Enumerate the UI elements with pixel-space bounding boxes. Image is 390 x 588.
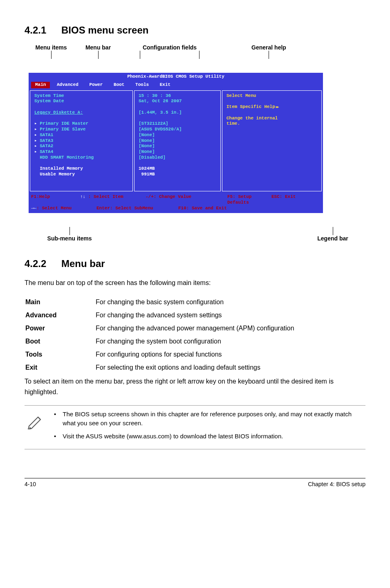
bios-select-menu: Select Menu [226,93,317,99]
desc-key: Advanced [25,309,95,321]
submenu-arrow-icon: ▸ [34,149,40,154]
submenu-arrow-icon: ▸ [34,138,40,143]
tab-power: Power [85,82,107,88]
table-row: MainFor changing the basic system config… [25,296,365,308]
bios-right-pane: Select Menu Item Specific Help Change th… [222,90,322,192]
bios-item: SATA1 [40,132,53,137]
bios-date-value: Sat, Oct 26 2007 [139,99,216,104]
legend-change-value: -/+: Change Value [146,194,227,206]
table-row: PowerFor changing the advanced power man… [25,322,365,334]
section-number: 4.2.2 [25,258,61,269]
desc-value: For changing the advanced system setting… [96,309,365,321]
desc-key: Boot [25,335,95,348]
pencil-icon [25,411,45,429]
tab-boot: Boot [110,82,128,88]
section-number: 4.2.1 [25,25,61,36]
submenu-arrow-icon: ▸ [34,144,40,148]
table-row: BootFor changing the system boot configu… [25,335,365,348]
desc-key: Main [25,296,95,308]
desc-key: Power [25,322,95,334]
label-legend-bar: Legend bar [317,235,348,242]
legend-enter-select: Enter: Select SubMenu [96,206,178,211]
help-arrows-icon [275,104,278,109]
bios-help-text: Change the internal [226,116,317,121]
table-row: ExitFor selecting the exit options and l… [25,361,365,374]
desc-value: For configuring options for special func… [96,348,365,361]
desc-value: For changing the system boot configurati… [96,335,365,348]
legend-select-item: : Select Item [85,194,123,199]
label-submenu-items: Sub-menu items [47,235,92,242]
bios-header: Phoenix-AwardBIOS CMOS Setup Utility [29,73,323,81]
note-text: Visit the ASUS website (www.asus.com) to… [63,432,283,441]
bios-value: [None] [139,132,216,138]
bios-item: Primary IDE Master [40,121,88,126]
bios-value: [Disabled] [139,155,216,161]
bios-screenshot: Phoenix-AwardBIOS CMOS Setup Utility Mai… [29,73,323,213]
legend-f5: F5: Setup Defaults [227,194,271,206]
legend-f1: F1:Help [31,194,80,206]
bios-item: SATA4 [40,149,53,154]
bios-left-pane: System Time System Date Legacy Diskette … [30,90,133,192]
tab-advanced: Advanced [53,82,83,88]
section-intro: The menu bar on top of the screen has th… [25,278,365,288]
section-heading: BIOS menu screen [61,25,148,36]
legend-esc: ESC: Exit [271,194,321,206]
bios-legend-bar: F1:Help ↑↓ : Select Item -/+: Change Val… [29,193,323,213]
bios-legacy-diskette: Legacy Diskette A: [34,110,128,116]
bios-item: SATA2 [40,144,53,148]
tab-tools: Tools [131,82,153,88]
bios-mid-pane: 15 : 30 : 36 Sat, Oct 26 2007 [1.44M, 3.… [134,90,221,192]
table-row: AdvancedFor changing the advanced system… [25,309,365,321]
note-item: The BIOS setup screens shown in this cha… [51,410,365,428]
note-item: Visit the ASUS website (www.asus.com) to… [51,432,365,441]
bios-system-time: System Time [34,93,128,99]
bios-system-date: System Date [34,99,128,104]
arrows-leftright-icon: →← [31,206,36,211]
page-number: 4-10 [25,481,36,487]
bios-usable-memory: Usable Memory [40,172,75,177]
desc-value: For changing the advanced power manageme… [96,322,365,334]
bios-item-specific-help: Item Specific Help [226,104,275,109]
page-footer: 4-10 Chapter 4: BIOS setup [25,478,365,487]
diagram-top-labels: Menu items Menu bar Configuration fields… [29,44,365,61]
label-menu-bar: Menu bar [85,44,111,51]
bios-value: [ST321122A] [139,121,216,127]
desc-value: For selecting the exit options and loadi… [96,361,365,374]
menu-description-table: MainFor changing the basic system config… [25,295,365,375]
legend-select-menu: : Select Menu [36,206,72,211]
bios-usable-memory-value: 991MB [139,172,216,177]
bios-value: [None] [139,138,216,144]
bios-installed-memory-value: 1024MB [139,166,216,172]
note-text: The BIOS setup screens shown in this cha… [63,410,365,428]
bios-value: [None] [139,144,216,149]
chapter-label: Chapter 4: BIOS setup [308,481,365,487]
section-4-2-2-title: 4.2.2Menu bar [25,258,365,269]
desc-value: For changing the basic system configurat… [96,296,365,308]
bios-item: SATA3 [40,138,53,143]
bios-time-value: 15 : 30 : 36 [139,93,216,99]
tab-main: Main [31,82,50,88]
submenu-arrow-icon: ▸ [34,121,40,126]
section-4-2-1-title: 4.2.1BIOS menu screen [25,25,365,36]
desc-key: Exit [25,361,95,374]
label-general-help: General help [251,44,286,51]
label-menu-items: Menu items [35,44,67,51]
section-outro: To select an item on the menu bar, press… [25,376,365,397]
tab-exit: Exit [156,82,175,88]
legend-f10: F10: Save and Exit [178,206,321,211]
bios-item: HDD SMART Monitoring [40,155,94,160]
bios-item: Primary IDE Slave [40,127,85,132]
label-config-fields: Configuration fields [143,44,197,51]
arrows-updown-icon: ↑↓ [80,194,85,199]
note-box: The BIOS setup screens shown in this cha… [25,405,365,449]
bios-value: [None] [139,149,216,155]
desc-key: Tools [25,348,95,361]
bios-value: [ASUS DVDS520/A] [139,127,216,132]
submenu-arrow-icon: ▸ [34,127,40,132]
bios-installed-memory: Installed Memory [40,166,83,171]
bios-tabs: Main Advanced Power Boot Tools Exit [29,81,323,89]
submenu-arrow-icon: ▸ [34,132,40,137]
bios-help-text: time. [226,121,317,127]
bios-legacy-value: [1.44M, 3.5 in.] [139,110,216,116]
diagram-bottom-labels: Sub-menu items Legend bar [29,224,365,242]
